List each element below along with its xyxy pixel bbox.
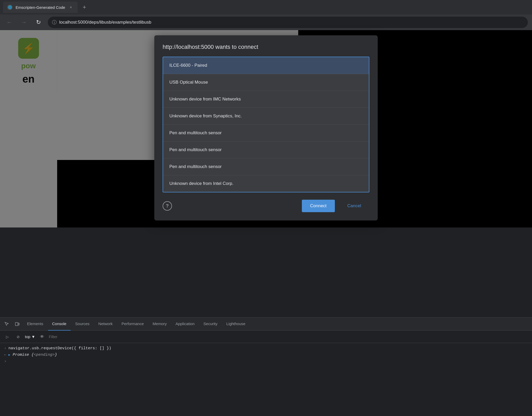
top-dropdown-icon: ▼ <box>31 334 35 339</box>
device-item-1[interactable]: USB Optical Mouse <box>163 74 369 91</box>
tab-close-button[interactable]: × <box>68 5 74 10</box>
device-list: ILCE-6600 - PairedUSB Optical MouseUnkno… <box>163 57 369 192</box>
device-item-4[interactable]: Pen and multitouch sensor <box>163 125 369 142</box>
tab-bar: 🌐 Emscripten-Generated Code × + <box>0 0 532 15</box>
svg-rect-1 <box>18 323 19 325</box>
devtools-tab-elements[interactable]: Elements <box>23 318 48 331</box>
devtools-device-icon[interactable] <box>12 319 22 329</box>
browser-tab[interactable]: 🌐 Emscripten-Generated Code × <box>3 2 78 13</box>
back-button[interactable]: ← <box>4 17 15 28</box>
device-item-0[interactable]: ILCE-6600 - Paired <box>163 57 369 74</box>
promise-text: Promise { <box>13 353 34 357</box>
console-input-line: › navigator.usb.requestDevice({ filters:… <box>4 346 528 351</box>
help-button[interactable]: ? <box>163 201 172 211</box>
text-requestdevice: requestDevice <box>41 346 71 351</box>
device-item-6[interactable]: Pen and multitouch sensor <box>163 158 369 175</box>
console-empty-prompt[interactable]: › <box>4 359 528 364</box>
address-bar-row: ← → ↻ ⓘ localhost:5000/deps/libusb/examp… <box>0 15 532 30</box>
tab-favicon: 🌐 <box>7 5 12 10</box>
text-filters: filters: <box>76 346 100 351</box>
devtools-tab-performance[interactable]: Performance <box>117 318 148 331</box>
console-input-text: navigator.usb.requestDevice({ filters: [… <box>8 346 111 351</box>
dialog-title: http://localhost:5000 wants to connect <box>163 44 369 50</box>
pending-text: <pending> <box>34 353 55 357</box>
text-brackets: [] <box>100 346 107 351</box>
refresh-button[interactable]: ↻ <box>33 17 44 28</box>
console-block-icon[interactable]: ⊘ <box>14 333 22 341</box>
devtools-console-bar: ▷ ⊘ top ▼ 👁 <box>0 331 532 343</box>
devtools-tab-lighthouse[interactable]: Lighthouse <box>222 318 249 331</box>
device-item-5[interactable]: Pen and multitouch sensor <box>163 142 369 158</box>
new-tab-button[interactable]: + <box>80 3 89 12</box>
devtools-tabs: ElementsConsoleSourcesNetworkPerformance… <box>0 318 532 331</box>
svg-rect-0 <box>15 323 18 326</box>
devtools-panel: ElementsConsoleSourcesNetworkPerformance… <box>0 317 532 416</box>
closing-brace: } <box>55 353 57 357</box>
empty-prompt-char: › <box>4 359 6 364</box>
device-item-7[interactable]: Unknown device from Intel Corp. <box>163 175 369 192</box>
console-input-prompt: › <box>4 346 6 350</box>
devtools-tab-sources[interactable]: Sources <box>71 318 94 331</box>
devtools-select-icon[interactable] <box>2 319 11 329</box>
console-play-icon[interactable]: ▷ <box>3 333 11 341</box>
top-label: top <box>25 334 30 339</box>
console-output-line: ← ▶ Promise {<pending>} <box>4 353 528 357</box>
text-paren1: ({ <box>72 346 76 351</box>
forward-button[interactable]: → <box>19 17 29 28</box>
devtools-tab-memory[interactable]: Memory <box>149 318 171 331</box>
browser-chrome: 🌐 Emscripten-Generated Code × + ← → ↻ ⓘ … <box>0 0 532 30</box>
tab-title: Emscripten-Generated Code <box>16 5 65 10</box>
text-paren2: }) <box>107 346 111 351</box>
address-icon: ⓘ <box>52 19 57 25</box>
cancel-button[interactable]: Cancel <box>339 200 369 212</box>
keyword-usb: usb <box>32 346 39 351</box>
devtools-tab-console[interactable]: Console <box>48 318 71 331</box>
devtools-tab-application[interactable]: Application <box>171 318 199 331</box>
devtools-tab-security[interactable]: Security <box>199 318 222 331</box>
device-item-3[interactable]: Unknown device from Synaptics, Inc. <box>163 108 369 125</box>
connect-button[interactable]: Connect <box>302 200 335 212</box>
page-area: ⚡ pow en http://localhost:5000 wants to … <box>0 30 532 227</box>
filter-input[interactable] <box>49 334 529 339</box>
address-url: localhost:5000/deps/libusb/examples/test… <box>59 20 151 25</box>
top-selector[interactable]: top ▼ <box>25 334 35 339</box>
address-bar[interactable]: ⓘ localhost:5000/deps/libusb/examples/te… <box>48 17 528 28</box>
devtools-tab-list: ElementsConsoleSourcesNetworkPerformance… <box>23 318 250 331</box>
console-output-text: ▶ Promise {<pending>} <box>8 353 57 357</box>
keyword-navigator: navigator <box>8 346 29 351</box>
devtools-tab-network[interactable]: Network <box>94 318 117 331</box>
triangle-icon: ▶ <box>8 353 10 357</box>
modal-overlay: http://localhost:5000 wants to connect I… <box>0 30 532 227</box>
eye-icon[interactable]: 👁 <box>38 333 46 341</box>
devtools-console-content: › navigator.usb.requestDevice({ filters:… <box>0 343 532 416</box>
usb-connect-dialog: http://localhost:5000 wants to connect I… <box>154 35 378 220</box>
dialog-footer: ? Connect Cancel <box>163 200 369 212</box>
device-item-2[interactable]: Unknown device from IMC Networks <box>163 91 369 108</box>
console-output-arrow: ← <box>4 353 6 357</box>
